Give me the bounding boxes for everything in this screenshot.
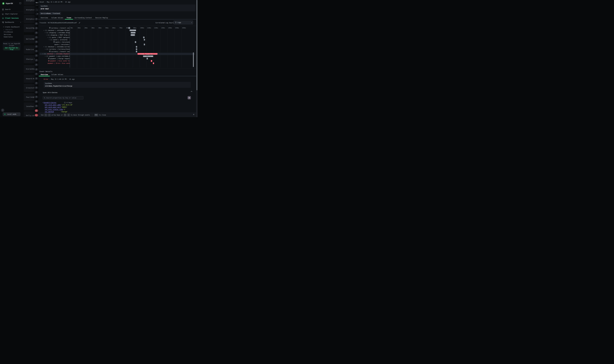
session-card[interactable]: Shaniya.Sc xyxy=(24,55,34,63)
local-mode-button[interactable]: U Local mode › xyxy=(3,112,21,116)
session-card[interactable]: Walton9@ho xyxy=(24,35,34,43)
expand-chevron-icon[interactable]: ∨ xyxy=(43,46,44,47)
attribute-row[interactable]: net.sock.peer.addr"172.28.0.10" xyxy=(43,104,156,106)
span-duration-bar[interactable]: E xyxy=(153,63,154,64)
expand-chevron-icon[interactable]: ∨ xyxy=(49,39,50,40)
span-duration-bar[interactable]: oteldemo.PaymentService/Char xyxy=(137,53,157,55)
session-event-cell[interactable] xyxy=(35,104,39,108)
trace-span-row[interactable]: quote | calculate-quote xyxy=(39,43,70,46)
trace-span-row[interactable]: ∨(1)shipping | POST http://quo… xyxy=(39,34,70,36)
attribute-row[interactable]: rpc.grpc.status_code"2" xyxy=(43,108,156,111)
session-card[interactable]: Anonymous xyxy=(24,15,34,23)
expand-chevron-icon[interactable]: ∨ xyxy=(45,32,45,33)
attribute-search-input[interactable]: Search properties by key or value xyxy=(43,96,83,99)
tab-column-values[interactable]: Column Values xyxy=(52,17,63,19)
expand-chevron-icon[interactable]: ∨ xyxy=(42,53,43,54)
session-event-cell[interactable] xyxy=(35,21,39,26)
trace-span-row[interactable]: ∨(1)checkout | oteldemo.PaymentServi… xyxy=(39,53,70,55)
span-duration-bar[interactable]: oteldemo. xyxy=(130,29,136,31)
sidebar-item-search[interactable]: Search xyxy=(0,8,23,11)
session-card[interactable]: Kieran92@h xyxy=(24,65,34,73)
tab-surrounding-context[interactable]: Surrounding Context xyxy=(75,17,92,19)
session-event-cell[interactable] xyxy=(35,95,39,99)
arrow-left-key[interactable]: ← xyxy=(44,114,47,116)
trace-span-row[interactable]: ∨(1)checkout | oteldemo.CurrencySe… xyxy=(39,46,70,48)
sidebar-collapse-icon[interactable] xyxy=(19,2,21,4)
session-event-cell[interactable] xyxy=(35,72,39,76)
help-button[interactable]: ? xyxy=(1,109,4,112)
get-started-button[interactable]: Get Started for Free xyxy=(3,47,20,50)
sidebar-item-chart-explorer[interactable]: Chart Explorer xyxy=(0,13,23,15)
span-duration-bar[interactable]: ( xyxy=(136,46,137,48)
tab-overview[interactable]: Overview xyxy=(41,74,48,76)
gear-icon[interactable]: ⚙ xyxy=(188,96,191,99)
session-event-cell[interactable] xyxy=(35,53,39,58)
session-event-cell[interactable] xyxy=(35,30,39,35)
sidebar-item-dashboards[interactable]: Dashboards∧ xyxy=(0,21,23,24)
pane-divider[interactable] xyxy=(70,26,70,68)
session-card[interactable]: Ernesto33@ xyxy=(24,84,34,92)
session-event-cell[interactable] xyxy=(35,108,39,113)
attribute-root-row[interactable]: ▼SpanAttributes{} 6 keys xyxy=(43,102,156,104)
session-card[interactable]: Dolly.Lubc xyxy=(24,111,34,117)
attribute-row[interactable]: net.sock.peer.port"50051" xyxy=(43,106,156,108)
session-event-cell[interactable] xyxy=(35,99,39,104)
session-event-cell[interactable] xyxy=(35,35,39,40)
session-event-cell[interactable] xyxy=(35,76,39,81)
span-duration-bar[interactable]: V xyxy=(151,60,152,62)
span-duration-bar[interactable]: ( xyxy=(144,44,145,45)
session-card[interactable]: Roderick_S xyxy=(24,45,34,54)
session-card[interactable]: Deion37@gm xyxy=(24,24,34,32)
span-duration-bar[interactable]: | xyxy=(143,37,144,38)
trace-span-row[interactable]: payment | Error: Visa cache ful… xyxy=(39,62,70,65)
span-duration-bar[interactable]: ( xyxy=(146,58,148,59)
service-name-chip[interactable]: ServiceName: frontend xyxy=(39,12,61,15)
session-event-cell[interactable] xyxy=(35,85,39,90)
close-icon[interactable]: × xyxy=(193,113,195,116)
tab-column-values[interactable]: Column Values xyxy=(52,74,63,76)
session-event-cell[interactable] xyxy=(35,81,39,86)
session-card[interactable]: Pearl43@hc xyxy=(24,93,34,101)
expand-chevron-icon[interactable]: ∨ xyxy=(43,30,44,31)
session-event-cell[interactable] xyxy=(35,90,39,95)
span-duration-bar[interactable]: POST h xyxy=(131,34,135,36)
span-duration-bar[interactable]: ( xyxy=(136,48,137,50)
session-event-cell[interactable] xyxy=(35,67,39,72)
session-event-cell[interactable]: >_ xyxy=(35,113,39,117)
trace-span-row[interactable]: ∨(3)payment | grpc.oteldemo.Paymen… xyxy=(39,55,70,57)
highlighted-toggle[interactable]: H xyxy=(36,13,39,15)
trace-span-row[interactable]: ∨(2)quote | {closure} xyxy=(39,39,70,41)
session-event-cell[interactable] xyxy=(35,49,39,53)
trace-span-row[interactable]: ∨(1)currency | Currency/Convert xyxy=(39,48,70,50)
j-key[interactable]: j xyxy=(67,114,70,116)
k-key[interactable]: k xyxy=(64,114,66,116)
collapse-chevron-icon[interactable] xyxy=(191,91,192,92)
trace-span-row[interactable]: payment | Visa cache full: c… xyxy=(39,60,70,62)
session-card[interactable]: Anonymous xyxy=(24,6,34,14)
session-event-cell[interactable] xyxy=(35,40,39,44)
page-scrollbar[interactable] xyxy=(196,0,197,117)
session-event-cell[interactable] xyxy=(35,58,39,63)
trace-span-row[interactable]: ∨(1)checkout | oteldemo.ShippingSe… xyxy=(39,29,70,32)
tab-overview[interactable]: Overview xyxy=(41,17,48,19)
trace-span-row[interactable]: ∨(1)shipping | oteldemo.Shipping… xyxy=(39,31,70,34)
expand-chevron-icon[interactable]: ∨ xyxy=(45,56,45,57)
session-event-cell[interactable] xyxy=(35,44,39,49)
session-event-cell[interactable] xyxy=(35,26,39,31)
create-dashboard-button[interactable]: + Create Dashboard xyxy=(0,26,23,28)
span-duration-bar[interactable]: { xyxy=(144,39,145,41)
session-card[interactable]: Anonymous xyxy=(24,0,34,5)
span-duration-bar[interactable]: ( xyxy=(135,41,136,43)
esc-key[interactable]: ESC xyxy=(94,114,98,116)
preset-item-clickhouse[interactable]: Clickhouse xyxy=(4,31,13,33)
expand-chevron-icon[interactable]: ∨ xyxy=(45,49,45,50)
trace-span-row[interactable]: currency | Convert convers… xyxy=(39,50,70,53)
trace-span-row[interactable]: quote | Calculated q… xyxy=(39,41,70,43)
attribute-row[interactable]: rpc.method"Charge" xyxy=(43,111,156,113)
session-card[interactable]: Jonathan.E xyxy=(24,102,34,111)
session-search-input[interactable]: Sea xyxy=(36,8,39,12)
trace-span-row[interactable]: payment | Charge request rec… xyxy=(39,57,70,60)
span-duration-bar[interactable]: grpc.oteldemo. xyxy=(143,55,153,57)
edit-pencil-icon[interactable] xyxy=(78,22,80,24)
session-event-cell[interactable] xyxy=(35,63,39,67)
